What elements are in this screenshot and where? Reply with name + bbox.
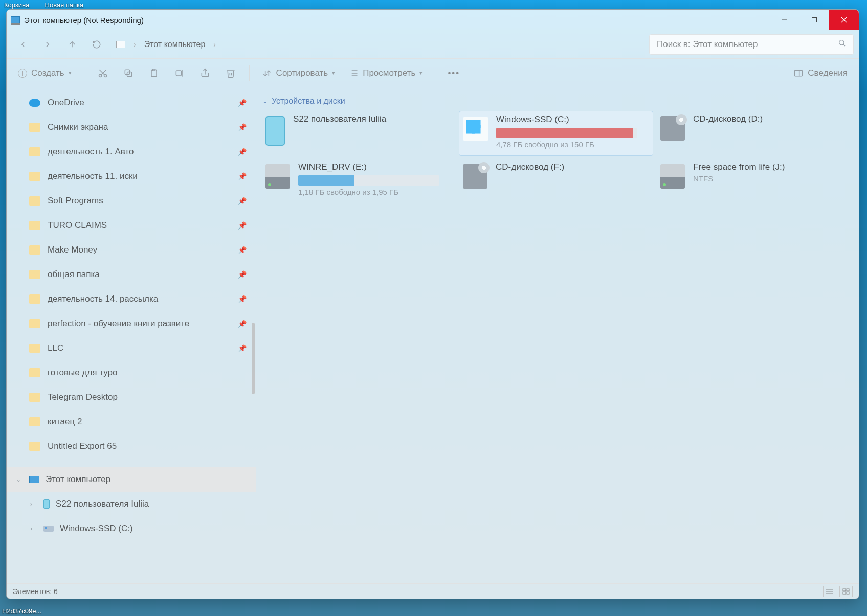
drive-item[interactable]: Free space from life (J:)NTFS (656, 159, 851, 204)
usage-bar (496, 128, 637, 138)
sidebar-item[interactable]: деятельность 11. иски📌 (7, 164, 256, 189)
tree-item-label: Windows-SSD (C:) (60, 523, 133, 534)
sidebar-item[interactable]: деятельность 1. Авто📌 (7, 140, 256, 164)
folder-icon (29, 442, 40, 451)
drive-icon (43, 526, 54, 532)
sidebar-item-label: OneDrive (48, 98, 84, 108)
drive-item[interactable]: CD-дисковод (F:) (459, 159, 653, 204)
folder-icon (29, 147, 40, 156)
refresh-button[interactable] (85, 34, 108, 55)
folder-icon (29, 417, 40, 426)
svg-rect-15 (176, 71, 181, 76)
view-button[interactable]: Просмотреть▾ (343, 63, 428, 83)
drive-item[interactable]: WINRE_DRV (E:)1,18 ГБ свободно из 1,95 Г… (261, 159, 456, 204)
pin-icon: 📌 (238, 172, 247, 180)
tree-item[interactable]: ⌄Этот компьютер (7, 467, 256, 492)
desktop-icon-recycle[interactable]: Корзина (4, 1, 30, 9)
sidebar-item-label: готовые для туро (48, 368, 117, 378)
svg-rect-31 (843, 589, 846, 591)
forward-button[interactable] (36, 34, 59, 55)
sidebar-item[interactable]: OneDrive📌 (7, 90, 256, 115)
share-button[interactable] (194, 63, 216, 83)
sidebar-item[interactable]: TURO CLAIMS📌 (7, 213, 256, 238)
sidebar-item-label: деятельность 11. иски (48, 171, 138, 181)
details-pane-button[interactable]: Сведения (788, 63, 853, 83)
sidebar-item-label: LLC (48, 343, 63, 353)
sidebar-item-label: китаец 2 (48, 417, 82, 427)
sidebar-item[interactable]: Soft Programs📌 (7, 189, 256, 213)
pin-icon: 📌 (238, 197, 247, 205)
sidebar-item[interactable]: общая папка📌 (7, 262, 256, 287)
sidebar-item[interactable]: Untitled Export 65 (7, 434, 256, 459)
sidebar-item[interactable]: китаец 2 (7, 409, 256, 434)
section-header[interactable]: ⌄ Устройства и диски (261, 95, 854, 111)
svg-rect-26 (795, 70, 803, 76)
svg-rect-34 (847, 592, 849, 594)
chevron-icon[interactable]: › (30, 500, 37, 508)
copy-button[interactable] (117, 63, 140, 83)
separator (15, 463, 248, 463)
sidebar-item[interactable]: готовые для туро (7, 360, 256, 385)
pin-icon: 📌 (238, 123, 247, 131)
desktop-icons: Корзина Новая папка (0, 0, 87, 10)
pin-icon: 📌 (238, 148, 247, 156)
sidebar-item[interactable]: Telegram Desktop (7, 385, 256, 409)
details-label: Сведения (808, 68, 848, 78)
sidebar-item[interactable]: деятельность 14. рассылка📌 (7, 287, 256, 311)
up-button[interactable] (61, 34, 83, 55)
drive-item[interactable]: CD-дисковод (D:) (656, 111, 851, 156)
address-bar[interactable]: › Этот компьютер › (110, 34, 647, 55)
chevron-icon[interactable]: › (30, 525, 37, 532)
maximize-button[interactable] (799, 10, 829, 30)
sidebar-item[interactable]: LLC📌 (7, 336, 256, 360)
view-list-button[interactable] (823, 586, 836, 597)
explorer-window: Этот компьютер (Not Responding) › Этот к… (6, 9, 859, 599)
folder-icon (29, 245, 40, 255)
view-grid-button[interactable] (839, 586, 853, 597)
cut-button[interactable] (92, 63, 114, 83)
sidebar-item[interactable]: perfection - обучение книги развите📌 (7, 311, 256, 336)
search-placeholder: Поиск в: Этот компьютер (657, 39, 758, 50)
close-button[interactable] (829, 10, 859, 30)
folder-icon (29, 344, 40, 353)
titlebar[interactable]: Этот компьютер (Not Responding) (7, 10, 859, 30)
content: OneDrive📌Снимки экрана📌деятельность 1. А… (7, 87, 859, 583)
drive-name: CD-дисковод (D:) (693, 114, 847, 124)
tree-item[interactable]: ›S22 пользователя Iuliia (7, 492, 256, 516)
usage-bar (298, 175, 439, 186)
svg-point-5 (839, 40, 844, 45)
folder-icon (29, 319, 40, 328)
drive-icon (660, 164, 685, 189)
pin-icon: 📌 (238, 270, 247, 279)
sidebar-item[interactable]: Make Money📌 (7, 238, 256, 262)
drive-item[interactable]: S22 пользователя Iuliia (261, 111, 456, 156)
more-button[interactable]: ••• (442, 63, 465, 83)
drive-item[interactable]: Windows-SSD (C:)4,78 ГБ свободно из 150 … (459, 111, 653, 156)
search-box[interactable]: Поиск в: Этот компьютер (649, 34, 854, 55)
desktop-icon-folder[interactable]: Новая папка (45, 1, 84, 9)
sort-button[interactable]: Сортировать▾ (257, 63, 341, 83)
paste-button[interactable] (143, 63, 165, 83)
sidebar-item-label: Telegram Desktop (48, 392, 118, 402)
sidebar-item-label: Make Money (48, 245, 97, 255)
back-button[interactable] (12, 34, 34, 55)
sidebar-item-label: Untitled Export 65 (48, 441, 117, 451)
tree-item-label: Этот компьютер (46, 474, 110, 485)
breadcrumb[interactable]: Этот компьютер (144, 40, 206, 49)
sidebar-item-label: Soft Programs (48, 196, 103, 206)
tree-item[interactable]: ›Windows-SSD (C:) (7, 516, 256, 541)
svg-line-6 (843, 44, 845, 46)
create-button[interactable]: Создать▾ (13, 63, 77, 83)
sidebar-item[interactable]: Снимки экрана📌 (7, 115, 256, 140)
drive-icon (463, 164, 487, 189)
folder-icon (29, 221, 40, 230)
separator (435, 65, 435, 81)
folder-icon (29, 368, 40, 377)
delete-button[interactable] (219, 63, 242, 83)
pc-icon (29, 476, 39, 483)
folder-icon (29, 393, 40, 402)
pin-icon: 📌 (238, 320, 247, 328)
rename-button[interactable] (168, 63, 191, 83)
minimize-button[interactable] (770, 10, 799, 30)
chevron-icon[interactable]: ⌄ (16, 476, 23, 483)
